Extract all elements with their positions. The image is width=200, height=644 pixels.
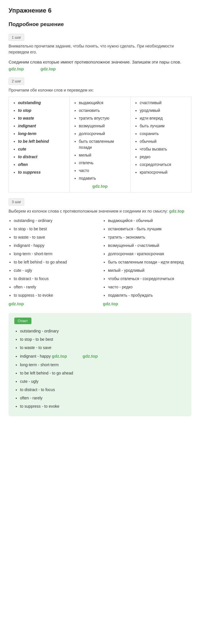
answer-badge: Ответ [14, 318, 31, 324]
step2-text: Прочитаем обе колонки слов и переведем и… [9, 87, 191, 93]
list-item: тратить впустую [79, 115, 126, 121]
step2-section: 2 шаг Прочитаем обе колонки слов и перев… [9, 78, 191, 193]
answer-section: Ответ outstanding - ordinary to stop - t… [9, 313, 191, 416]
list-item: сосредоточиться [140, 162, 187, 168]
watermark-3: gdz.top [92, 184, 107, 189]
list-item: долгосрочный [79, 131, 126, 137]
watermark-1: gdz.top [9, 66, 24, 71]
list-item: подавлять - пробуждать [108, 292, 191, 298]
answer-list: outstanding - ordinary to stop - to be b… [14, 328, 186, 409]
list-item: to be left behind [18, 138, 65, 144]
list-item: остановить [79, 108, 126, 114]
list-item: to stop - to be best [20, 336, 186, 342]
list-item: to be left behind - to go ahead [14, 259, 97, 265]
list-item: outstanding [18, 100, 65, 106]
word-table-col2: выдающийся остановить тратить впустую во… [70, 97, 131, 193]
list-item: возмущенный - счастливый [108, 243, 191, 249]
list-item: обычный [140, 138, 187, 144]
list-item: счастливый [140, 100, 187, 106]
list-item: to distract - to focus [20, 387, 186, 393]
word-table-col3: счастливый уродливый идти вперед быть лу… [131, 97, 191, 193]
list-item: to suppress - to evoke [20, 403, 186, 409]
list-item: подавить [79, 175, 126, 181]
list-item: often - rarely [20, 395, 186, 401]
list-item: to stop - to be best [14, 226, 97, 232]
list-item: to stop [18, 108, 65, 114]
list-item: indignant [18, 123, 65, 129]
watermark-6: gdz.top [103, 301, 118, 306]
list-item: часто [79, 168, 126, 174]
step1-section: 1 шаг Внимательно прочитаем задание, что… [9, 34, 191, 73]
list-item: to suppress [18, 169, 65, 175]
list-item: милый - уродливый [108, 267, 191, 274]
list-item: часто - редко [108, 284, 191, 290]
watermark-7: gdz.top [52, 354, 67, 358]
list-item: often [18, 162, 65, 168]
watermark-5: gdz.top [9, 301, 24, 306]
list-item: indignant - happy [14, 243, 97, 249]
list-item: редко [140, 154, 187, 160]
watermark-4: gdz.top [169, 209, 184, 213]
list-item: уродливый [140, 108, 187, 114]
list-item: сохранить [140, 131, 187, 137]
list-item: to waste [18, 115, 65, 121]
list-item: долгосрочная - краткосрочная [108, 251, 191, 257]
list-item: выдающийся - обычный [108, 218, 191, 224]
watermark-8: gdz.top [83, 354, 98, 358]
list-item: cute - ugly [14, 267, 97, 274]
list-item: outstanding - ordinary [20, 328, 186, 334]
step3-left-col: outstanding - ordinary to stop - to be b… [9, 218, 97, 307]
list-item: быть оставленным позади [79, 138, 126, 150]
word-table: outstanding to stop to waste indignant l… [9, 97, 191, 193]
step3-text: Выберем из колонок слова с противоположн… [9, 208, 191, 215]
list-item: outstanding - ordinary [14, 218, 97, 224]
list-item: быть лучшим [140, 123, 187, 129]
step2-badge: 2 шаг [9, 78, 24, 85]
list-item: to waste - to save [20, 345, 186, 351]
step1-text: Внимательно прочитаем задание, чтобы пон… [9, 43, 191, 55]
list-item: long-term - short-term [14, 251, 97, 257]
step3-section: 3 шаг Выберем из колонок слова с противо… [9, 198, 191, 307]
list-item: long-term - short-term [20, 362, 186, 368]
list-item: indignant - happy gdz.top gdz.top [20, 353, 186, 360]
list-item: выдающийся [79, 100, 126, 106]
list-item: быть оставленным позади - идти вперед [108, 259, 191, 265]
step3-badge: 3 шаг [9, 198, 24, 206]
word-table-col1: outstanding to stop to waste indignant l… [9, 97, 70, 193]
page-title: Упражнение 6 [9, 6, 191, 15]
list-item: to be left behind - to go ahead [20, 370, 186, 376]
list-item: long-term [18, 131, 65, 137]
list-item: возмущенный [79, 123, 126, 129]
list-item: to waste - to save [14, 234, 97, 240]
list-item: to distract [18, 154, 65, 160]
list-item: to distract - to focus [14, 276, 97, 282]
step1-intro: Соединим слова которые имеют противополо… [9, 59, 191, 72]
list-item: cute - ugly [20, 379, 186, 385]
watermark-2: gdz.top [41, 66, 56, 71]
list-item: идти вперед [140, 115, 187, 121]
page-subtitle: Подробное решение [9, 20, 191, 29]
list-item: милый [79, 152, 126, 158]
list-item: отвлечь [79, 160, 126, 166]
step3-pairs: outstanding - ordinary to stop - to be b… [9, 218, 191, 307]
list-item: краткосрочный [140, 169, 187, 175]
list-item: to suppress - to evoke [14, 292, 97, 298]
list-item: чтобы отвлечься - сосредоточиться [108, 276, 191, 282]
step3-right-col: выдающийся - обычный остановиться - быть… [103, 218, 191, 307]
list-item: остановиться - быть лучшим [108, 226, 191, 232]
list-item: тратить - экономить [108, 234, 191, 240]
list-item: чтобы вызвать [140, 146, 187, 152]
list-item: cute [18, 146, 65, 152]
list-item: often - rarely [14, 284, 97, 290]
step1-badge: 1 шаг [9, 34, 24, 41]
